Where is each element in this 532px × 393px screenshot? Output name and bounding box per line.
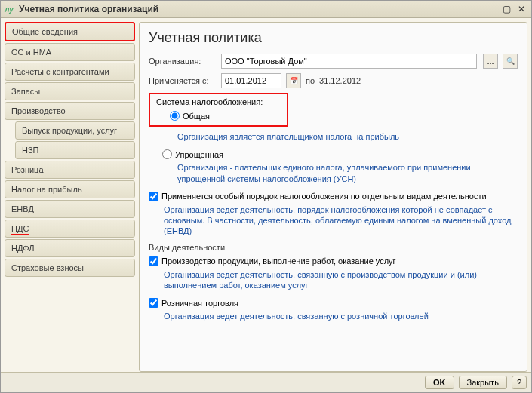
sidebar: Общие сведения ОС и НМА Расчеты с контра… xyxy=(5,22,135,372)
ok-button[interactable]: OK xyxy=(425,376,454,389)
sidebar-item-label: Налог на прибыль xyxy=(11,185,82,194)
radio-simplified-label: Упрощенная xyxy=(175,150,223,159)
sidebar-item-label: НДС xyxy=(11,224,29,235)
sidebar-item-production[interactable]: Производство xyxy=(5,102,135,120)
check-special-label: Применяется особый порядок налогообложен… xyxy=(161,192,487,201)
date-row: Применяется с: 01.01.2012 📅 по 31.12.201… xyxy=(149,73,518,88)
date-from-picker-button[interactable]: 📅 xyxy=(286,73,301,88)
help-icon: ? xyxy=(517,378,521,387)
org-value: ООО "Торговый Дом" xyxy=(225,57,307,66)
general-desc: Организация является плательщиком налога… xyxy=(177,131,518,142)
page-title: Учетная политика xyxy=(149,30,518,46)
sidebar-item-label: Выпуск продукции, услуг xyxy=(22,126,117,135)
titlebar: лу Учетная политика организаций _ ▢ ✕ xyxy=(1,1,531,18)
radio-simplified-input[interactable] xyxy=(162,149,172,159)
sidebar-item-os-nma[interactable]: ОС и НМА xyxy=(5,43,135,61)
window-title: Учетная политика организаций xyxy=(19,4,483,14)
sidebar-item-label: Розница xyxy=(11,165,44,174)
sidebar-item-output[interactable]: Выпуск продукции, услуг xyxy=(15,121,135,140)
retail-desc: Организация ведет деятельность, связанну… xyxy=(164,311,518,321)
sidebar-item-label: НЗП xyxy=(22,146,39,155)
close-window-button[interactable]: ✕ xyxy=(515,3,528,15)
check-retail[interactable]: Розничная торговля xyxy=(149,298,238,308)
sidebar-item-profit-tax[interactable]: Налог на прибыль xyxy=(5,180,135,198)
sidebar-item-insurance[interactable]: Страховые взносы xyxy=(5,259,135,277)
org-input[interactable]: ООО "Торговый Дом" xyxy=(221,54,477,69)
production-desc: Организация ведет деятельность, связанну… xyxy=(164,269,518,291)
check-retail-input[interactable] xyxy=(149,298,158,308)
org-label: Организация: xyxy=(149,57,217,66)
search-icon: 🔍 xyxy=(506,57,515,65)
body: Общие сведения ОС и НМА Расчеты с контра… xyxy=(1,18,531,372)
date-to-label: по xyxy=(306,76,315,85)
check-production-input[interactable] xyxy=(149,256,158,266)
sidebar-item-ndfl[interactable]: НДФЛ xyxy=(5,239,135,257)
sidebar-item-stock[interactable]: Запасы xyxy=(5,82,135,100)
tax-system-group: Система налогообложения: Общая xyxy=(149,93,288,127)
help-button[interactable]: ? xyxy=(512,376,527,389)
sidebar-item-label: Производство xyxy=(11,106,66,115)
sidebar-item-label: ОС и НМА xyxy=(11,48,51,57)
simplified-desc: Организация - плательщик единого налога,… xyxy=(177,162,518,184)
app-icon: лу xyxy=(4,4,14,14)
date-to-value: 31.12.2012 xyxy=(319,76,361,85)
apply-label: Применяется с: xyxy=(149,76,217,85)
sidebar-item-nzp[interactable]: НЗП xyxy=(15,141,135,159)
minimize-button[interactable]: _ xyxy=(484,3,498,15)
sidebar-item-retail[interactable]: Розница xyxy=(5,161,135,179)
check-production-label: Производство продукции, выполнение работ… xyxy=(161,256,396,266)
special-desc: Организация ведет деятельность, порядок … xyxy=(164,204,518,237)
date-from-input[interactable]: 01.01.2012 xyxy=(221,73,281,88)
sidebar-item-label: Страховые взносы xyxy=(11,263,84,272)
org-search-button[interactable]: 🔍 xyxy=(503,54,518,69)
window: лу Учетная политика организаций _ ▢ ✕ Об… xyxy=(0,0,532,393)
calendar-icon: 📅 xyxy=(290,77,298,84)
close-button[interactable]: Закрыть xyxy=(459,376,507,389)
org-row: Организация: ООО "Торговый Дом" ... 🔍 xyxy=(149,54,518,69)
check-special[interactable]: Применяется особый порядок налогообложен… xyxy=(149,192,487,201)
ok-label: OK xyxy=(433,378,446,387)
sidebar-item-general[interactable]: Общие сведения xyxy=(5,22,135,41)
radio-simplified[interactable]: Упрощенная xyxy=(162,149,223,159)
activities-title: Виды деятельности xyxy=(149,243,518,252)
ellipsis-icon: ... xyxy=(487,57,494,66)
sidebar-item-settlements[interactable]: Расчеты с контрагентами xyxy=(5,63,135,81)
sidebar-item-envd[interactable]: ЕНВД xyxy=(5,200,135,218)
check-production[interactable]: Производство продукции, выполнение работ… xyxy=(149,256,396,266)
maximize-button[interactable]: ▢ xyxy=(500,3,513,15)
check-retail-label: Розничная торговля xyxy=(161,299,238,308)
radio-general-input[interactable] xyxy=(170,111,180,121)
radio-general-label: Общая xyxy=(183,112,210,121)
sidebar-item-nds[interactable]: НДС xyxy=(5,220,135,238)
sidebar-item-label: Расчеты с контрагентами xyxy=(11,67,109,76)
sidebar-item-label: Общие сведения xyxy=(12,27,78,36)
sidebar-item-label: Запасы xyxy=(11,87,40,96)
date-from-value: 01.01.2012 xyxy=(225,76,266,85)
main-panel: Учетная политика Организация: ООО "Торго… xyxy=(139,22,527,372)
check-special-input[interactable] xyxy=(149,192,158,201)
radio-general[interactable]: Общая xyxy=(170,111,210,121)
footer: OK Закрыть ? xyxy=(1,372,531,392)
tax-system-title: Система налогообложения: xyxy=(156,97,281,106)
close-label: Закрыть xyxy=(467,378,499,387)
sidebar-item-label: НДФЛ xyxy=(11,244,34,253)
org-select-button[interactable]: ... xyxy=(483,54,498,69)
sidebar-item-label: ЕНВД xyxy=(11,204,34,213)
